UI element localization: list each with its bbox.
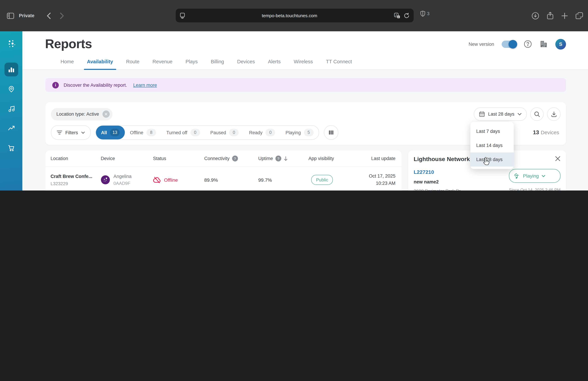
new-tab-icon[interactable]	[561, 12, 568, 19]
private-label: Private	[19, 13, 34, 18]
filters-button[interactable]: Filters	[51, 125, 91, 140]
date-range-button[interactable]: Last 28 days	[474, 107, 527, 121]
sidebar-item-locations[interactable]	[4, 82, 18, 96]
row-location-id: L323229	[51, 181, 101, 186]
sidebar-toggle-icon[interactable]	[7, 13, 14, 19]
info-banner: i Discover the Availability report. Lear…	[45, 78, 566, 92]
location-type-chip: Location type: Active ✕	[51, 108, 112, 120]
chevron-down-icon	[542, 175, 545, 177]
playing-icon	[514, 173, 520, 179]
row-visibility-badge: Public	[311, 175, 333, 185]
back-button[interactable]	[47, 12, 51, 19]
learn-more-link[interactable]: Learn more	[133, 82, 157, 88]
reload-icon[interactable]	[404, 13, 410, 18]
connectivity-help-icon[interactable]: ?	[232, 156, 238, 161]
col-location[interactable]: Location	[51, 156, 101, 161]
sidebar-item-music[interactable]	[4, 102, 18, 116]
row-status: Offline	[164, 177, 178, 182]
avatar[interactable]: S	[555, 39, 566, 49]
panel-title: Lighthouse Network	[414, 156, 470, 163]
filter-segment-playing[interactable]: Playing5	[280, 126, 319, 139]
row-location-name: Craft Brew Confe...	[51, 174, 101, 179]
tab-billing[interactable]: Billing	[204, 57, 231, 69]
table-header: Location Device Status Connectivity ? Up…	[45, 150, 402, 167]
sidebar-item-store[interactable]	[4, 141, 18, 155]
filters-label: Filters	[65, 130, 78, 135]
share-icon[interactable]	[547, 12, 554, 20]
table-body: Craft Brew Confe... L323229 Angelina 0AA…	[45, 167, 402, 190]
svg-text:A: A	[396, 14, 397, 17]
sidebar-item-activity[interactable]	[4, 121, 18, 135]
page-title: Reports	[45, 37, 92, 51]
col-device[interactable]: Device	[101, 156, 153, 161]
uptime-help-icon[interactable]: ?	[275, 156, 281, 161]
filter-segment-offline[interactable]: Offline8	[125, 126, 161, 139]
touchtunes-logo-icon[interactable]	[6, 39, 16, 49]
new-version-toggle[interactable]	[502, 41, 516, 48]
row-device-id: 0AAD9F	[113, 181, 131, 186]
chip-remove-icon[interactable]: ✕	[103, 111, 110, 118]
chevron-down-icon	[81, 131, 85, 134]
device-logo-icon	[101, 175, 110, 184]
tab-devices[interactable]: Devices	[231, 57, 261, 69]
browser-chrome: Private tempo-beta.touchtunes.com	[0, 0, 588, 31]
tab-home[interactable]: Home	[54, 57, 80, 69]
tab-availability[interactable]: Availability	[80, 57, 120, 69]
menu-item-last-28-days[interactable]: Last 28 days	[470, 153, 514, 167]
chip-label: Location type: Active	[56, 112, 99, 117]
filter-segment-turned-off[interactable]: Turned off0	[161, 126, 205, 139]
devices-count: 13Devices	[533, 129, 561, 135]
report-tabs: Home Availability Route Revenue Plays Bi…	[22, 57, 588, 70]
table-row[interactable]: Craft Brew Confe... L323229 Angelina 0AA…	[45, 167, 402, 190]
col-last-update[interactable]: Last update	[355, 156, 396, 161]
url-text[interactable]: tempo-beta.touchtunes.com	[185, 13, 394, 18]
forward-button[interactable]	[60, 12, 64, 19]
shield-badge[interactable]: 3	[420, 11, 429, 17]
translate-icon[interactable]: A x	[394, 13, 400, 18]
tab-wireless[interactable]: Wireless	[287, 57, 319, 69]
menu-item-last-7-days[interactable]: Last 7 days	[470, 124, 514, 138]
chevron-down-icon	[518, 113, 522, 115]
shield-count: 3	[427, 11, 429, 16]
tab-overview-icon[interactable]	[576, 12, 583, 19]
col-uptime[interactable]: Uptime ?	[258, 156, 308, 161]
filter-segment-ready[interactable]: Ready0	[244, 126, 280, 139]
panel-location-name: new name2	[414, 179, 461, 184]
tab-plays[interactable]: Plays	[179, 57, 204, 69]
downloads-icon[interactable]	[532, 12, 539, 20]
export-button[interactable]	[547, 107, 561, 121]
new-version-label: New version	[468, 42, 494, 47]
panel-status-button[interactable]: Playing	[509, 169, 561, 183]
panel-location-id[interactable]: L227210	[414, 169, 461, 175]
tab-route[interactable]: Route	[120, 57, 146, 69]
sidebar-item-reports[interactable]	[4, 63, 18, 76]
tab-tt-connect[interactable]: TT Connect	[319, 57, 358, 69]
col-connectivity[interactable]: Connectivity ?	[204, 156, 258, 161]
tab-alerts[interactable]: Alerts	[261, 57, 287, 69]
reader-icon[interactable]	[180, 13, 185, 18]
row-connectivity: 89.9%	[204, 177, 258, 182]
organization-icon[interactable]	[540, 40, 548, 48]
filter-segment-all[interactable]: All13	[96, 126, 125, 139]
availability-table: Location Device Status Connectivity ? Up…	[45, 150, 402, 190]
info-icon: i	[52, 82, 59, 88]
panel-close-icon[interactable]	[555, 156, 561, 161]
address-bar[interactable]: tempo-beta.touchtunes.com A x	[176, 9, 414, 22]
panel-address: 2600 Perimeter Park Dr Morrisville, 2756…	[414, 188, 461, 190]
tab-revenue[interactable]: Revenue	[146, 57, 179, 69]
date-range-menu: Last 7 days Last 14 days Last 28 days	[470, 122, 514, 169]
col-status[interactable]: Status	[153, 156, 204, 161]
banner-text: Discover the Availability report.	[63, 82, 127, 88]
app-sidebar	[0, 31, 22, 190]
columns-button[interactable]	[324, 125, 338, 140]
help-icon[interactable]	[524, 40, 532, 48]
row-last-update: Oct 17, 2025 10:23 AM	[355, 173, 396, 187]
screen: Private tempo-beta.touchtunes.com	[0, 0, 588, 190]
filter-segment-paused[interactable]: Paused0	[205, 126, 244, 139]
menu-item-last-14-days[interactable]: Last 14 days	[470, 138, 514, 153]
row-device-name: Angelina	[113, 174, 131, 179]
status-filter-group: All13 Offline8 Turned off0 Paused0 Ready…	[96, 125, 319, 140]
search-button[interactable]	[530, 107, 544, 121]
col-app-visibility[interactable]: App visibility	[308, 156, 355, 161]
sort-desc-icon	[284, 156, 288, 161]
